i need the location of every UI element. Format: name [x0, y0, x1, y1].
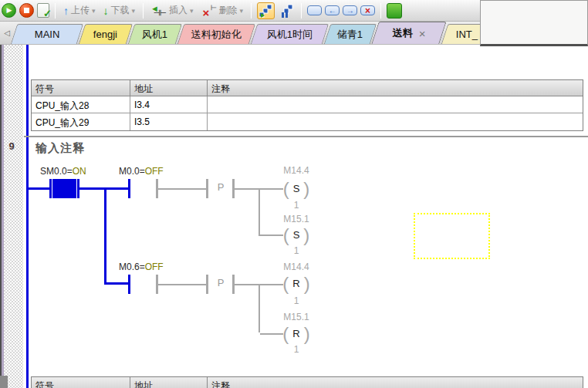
insert-button[interactable]: ◄ ⊣⊢ 插入 ▾ — [149, 2, 196, 19]
coil-operand: 1 — [275, 295, 318, 306]
ladder-run-icon — [259, 4, 273, 18]
tab-label: fengji — [93, 29, 117, 40]
coil-address: M14.4 — [275, 261, 318, 272]
delete-dropdown-icon[interactable]: ▾ — [240, 7, 244, 15]
toolbar-separator — [143, 3, 144, 19]
ladder-view-run-button[interactable] — [257, 2, 275, 19]
red-x-icon: × — [365, 5, 370, 16]
set-coil[interactable]: (S) — [275, 178, 318, 199]
tab-main[interactable]: MAIN — [11, 24, 83, 44]
insert-label: 插入 — [169, 4, 188, 17]
floating-panel — [480, 0, 588, 46]
delete-button[interactable]: ⊢ × 删除 ▾ — [199, 2, 246, 19]
edge-contact-bar[interactable] — [206, 275, 208, 294]
coil-paren: ) — [304, 325, 310, 343]
compile-button[interactable]: ✓ — [37, 3, 49, 18]
prev-network-button[interactable]: ← — [325, 5, 340, 15]
comment-cell[interactable] — [208, 96, 583, 113]
symbol-cell[interactable]: CPU_输入28 — [32, 96, 130, 113]
coil-paren: ( — [282, 325, 289, 343]
run-button[interactable]: ▶ — [2, 3, 16, 18]
empty-box-button[interactable] — [307, 5, 322, 15]
download-dropdown-icon[interactable]: ▾ — [132, 7, 136, 15]
positive-edge-contact[interactable]: P — [210, 277, 231, 288]
coil-paren: ( — [283, 226, 289, 245]
coil-paren: ) — [304, 275, 310, 293]
upload-label: 上传 — [71, 4, 90, 17]
tab-songliao-active[interactable]: 送料 × — [371, 22, 446, 44]
status-chart-button[interactable] — [387, 3, 402, 19]
contact-bar[interactable] — [49, 179, 52, 198]
toolbar-separator — [301, 3, 302, 19]
upload-button[interactable]: ↑ 上传 ▾ — [61, 2, 98, 19]
column-header-symbol[interactable]: 符号 — [32, 80, 130, 96]
toolbar-separator — [55, 3, 56, 19]
coil-paren: ) — [303, 226, 309, 245]
check-icon: ✓ — [43, 8, 52, 19]
address-cell[interactable]: I3.5 — [130, 113, 208, 130]
tab-fengji[interactable]: fengji — [79, 24, 133, 44]
chevron-left-icon: ◁ — [4, 29, 10, 37]
selection-box[interactable] — [414, 213, 490, 259]
edge-contact-bar[interactable] — [206, 179, 208, 198]
symbol-table: 符号 地址 注释 — [31, 376, 583, 388]
branch-wire — [259, 285, 260, 332]
tab-label: 风机1 — [142, 28, 167, 42]
download-arrow-icon: ↓ — [103, 5, 109, 16]
next-network-button[interactable]: → — [343, 5, 357, 15]
right-arrow-icon: → — [346, 6, 354, 15]
tab-label: 送料 — [392, 26, 412, 40]
contact-label: M0.0=OFF — [119, 166, 164, 177]
coil-paren: ) — [303, 180, 309, 198]
delete-box-button[interactable]: × — [360, 5, 375, 15]
tab-songliao-init[interactable]: 送料初始化 — [177, 24, 255, 44]
delete-contact-icon: ⊢ × — [201, 4, 217, 18]
insert-contact-icon: ◄ ⊣⊢ — [151, 4, 167, 18]
reset-coil[interactable]: (R) — [275, 323, 318, 344]
set-coil[interactable]: (S) — [275, 224, 318, 245]
wire — [29, 187, 50, 190]
network-margin — [4, 45, 23, 388]
table-row[interactable]: CPU_输入29 I3.5 — [32, 113, 583, 130]
column-header-symbol[interactable]: 符号 — [32, 377, 130, 388]
ladder-view-pause-button[interactable] — [278, 2, 296, 19]
coil-paren: ( — [282, 275, 289, 293]
ladder-pause-icon — [280, 4, 294, 18]
reset-coil[interactable]: (R) — [275, 273, 318, 294]
tab-chuqing1[interactable]: 储青1 — [324, 24, 377, 44]
wire — [158, 188, 207, 190]
upload-arrow-icon: ↑ — [63, 5, 69, 16]
symbol-table-header: 符号 地址 注释 — [32, 80, 583, 96]
tab-fengji1-time[interactable]: 风机1时间 — [251, 24, 329, 44]
symbol-cell[interactable]: CPU_输入29 — [32, 113, 130, 130]
toolbar-separator — [380, 3, 381, 19]
margin-selection-block — [0, 376, 8, 388]
positive-edge-contact[interactable]: P — [210, 181, 231, 193]
tab-close-icon[interactable]: × — [418, 27, 425, 40]
upload-dropdown-icon[interactable]: ▾ — [92, 7, 96, 15]
coil-address: M15.1 — [275, 214, 318, 224]
tab-fengji1[interactable]: 风机1 — [128, 24, 182, 44]
stop-icon — [24, 8, 29, 13]
play-icon: ▶ — [7, 7, 12, 14]
contact-bar[interactable] — [128, 179, 130, 198]
download-label: 下载 — [111, 4, 130, 17]
tab-label: MAIN — [35, 29, 60, 40]
contact-label: M0.6=OFF — [119, 261, 164, 272]
network-title[interactable]: 输入注释 — [35, 141, 85, 156]
insert-dropdown-icon[interactable]: ▾ — [190, 7, 194, 15]
contact-energized-fill[interactable] — [52, 179, 76, 198]
address-cell[interactable]: I3.4 — [130, 96, 208, 113]
column-header-comment[interactable]: 注释 — [208, 377, 583, 388]
plc-editor-window: ▶ ✓ ↑ 上传 ▾ ↓ 下载 ▾ ◄ ⊣⊢ 插入 ▾ ⊢ × — [0, 0, 588, 388]
tab-label: 风机1时间 — [267, 28, 313, 42]
column-header-address[interactable]: 地址 — [130, 80, 208, 96]
comment-cell[interactable] — [208, 113, 583, 130]
column-header-comment[interactable]: 注释 — [208, 80, 583, 96]
column-header-address[interactable]: 地址 — [130, 377, 208, 388]
table-row[interactable]: CPU_输入28 I3.4 — [32, 96, 583, 113]
delete-label: 删除 — [219, 4, 238, 17]
stop-button[interactable] — [19, 3, 34, 18]
contact-bar[interactable] — [128, 275, 130, 294]
download-button[interactable]: ↓ 下载 ▾ — [101, 2, 138, 19]
